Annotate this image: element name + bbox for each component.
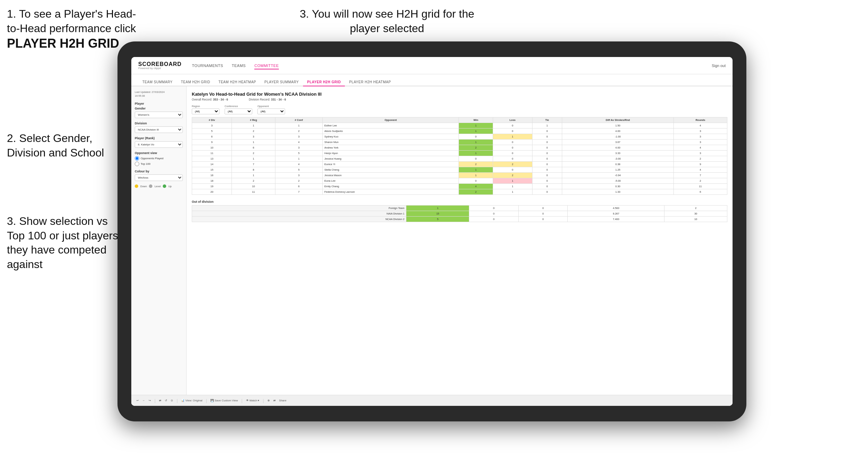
region-label: Region (192, 105, 219, 108)
toolbar-refresh[interactable]: ↺ (165, 399, 167, 402)
toolbar-sep2: | (177, 398, 178, 403)
th-diff: Diff Av Strokes/Rnd (562, 117, 674, 123)
player-label: Player (135, 102, 183, 105)
out-name: NCAA Division 2 (192, 217, 406, 222)
cell-conf: 2 (275, 178, 322, 184)
cell-rounds: 3 (673, 134, 727, 140)
toolbar-save-custom[interactable]: 💾 Save Custom View (210, 399, 238, 402)
colour-by-label: Colour by (135, 170, 183, 173)
cell-conf: 3 (275, 173, 322, 178)
cell-win: 2 (459, 145, 493, 151)
subnav-player-h2h-grid[interactable]: PLAYER H2H GRID (303, 78, 345, 86)
subnav-team-summary[interactable]: TEAM SUMMARY (138, 78, 177, 86)
cell-reg: 1 (232, 140, 275, 145)
toolbar-plus[interactable]: ⊕ (267, 399, 270, 402)
cell-win: 1 (459, 151, 493, 156)
out-division-row: NCAA Division 2 5 0 0 7.400 10 (192, 217, 727, 222)
subnav-team-h2h-heatmap[interactable]: TEAM H2H HEATMAP (214, 78, 260, 86)
main-content: Last Updated: 27/03/202416:55:38 Player … (131, 86, 733, 406)
out-diff: 4.500 (568, 206, 664, 211)
top100-radio[interactable] (135, 162, 139, 166)
nav-tournaments[interactable]: TOURNAMENTS (192, 62, 223, 69)
region-select[interactable]: (All) (192, 108, 219, 114)
cell-conf: 5 (275, 167, 322, 173)
cell-div: 14 (192, 162, 232, 167)
cell-tie: 0 (532, 173, 562, 178)
cell-loss: 0 (493, 128, 532, 134)
nav-bar: SCOREBOARD Powered by clippd TOURNAMENTS… (131, 57, 733, 74)
toolbar-swap[interactable]: ⇄ (159, 399, 161, 402)
cell-reg: 11 (232, 189, 275, 195)
cell-diff: 1.33 (562, 189, 674, 195)
cell-win: 0 (459, 134, 493, 140)
cell-loss: 1 (493, 184, 532, 189)
out-name: NAIA Division 1 (192, 211, 406, 217)
table-row: 13 1 1 Jessica Huang 0 0 0 -3.00 2 (192, 156, 727, 162)
cell-conf: 1 (275, 156, 322, 162)
cell-rounds: 3 (673, 140, 727, 145)
opponent-radio-group: Opponents Played Top 100 (135, 156, 183, 166)
cell-conf: 2 (275, 128, 322, 134)
left-panel: Last Updated: 27/03/202416:55:38 Player … (131, 86, 187, 406)
toolbar-target[interactable]: ⊙ (171, 399, 173, 402)
cell-reg: 1 (232, 123, 275, 128)
cell-opponent: Euna Lee (322, 178, 459, 184)
out-rounds: 10 (664, 217, 727, 222)
cell-loss: 0 (493, 156, 532, 162)
cell-tie: 0 (532, 128, 562, 134)
cell-reg: 1 (232, 173, 275, 178)
cell-opponent: Federica Domecq Lacroze (322, 189, 459, 195)
gender-select[interactable]: Women's (135, 112, 183, 118)
cell-tie: 0 (532, 151, 562, 156)
cell-loss: 1 (493, 178, 532, 184)
toolbar-undo[interactable]: ↩ (136, 399, 139, 402)
table-row: 5 2 2 Alexis Sudjianto 1 0 0 4.00 3 (192, 128, 727, 134)
player-rank-select[interactable]: 8. Katelyn Vo (135, 141, 183, 148)
colour-by-select[interactable]: Win/loss (135, 174, 183, 181)
opponent-played-option[interactable]: Opponents Played (135, 156, 183, 161)
opponent-select[interactable]: (All) (257, 108, 285, 114)
out-win: 5 (406, 217, 469, 222)
instruction-step3-right: 3. You will now see H2H grid for the pla… (283, 7, 491, 36)
toolbar-share[interactable]: Share (279, 399, 286, 402)
toolbar-redo[interactable]: ↪ (149, 399, 151, 402)
cell-opponent: Jessica Mason (322, 173, 459, 178)
conference-select[interactable]: (All) (225, 108, 252, 114)
cell-reg: 1 (232, 156, 275, 162)
nav-committee[interactable]: COMMITTEE (254, 62, 279, 69)
cell-rounds: 4 (673, 167, 727, 173)
legend-down-dot (135, 184, 138, 188)
toolbar-view-original[interactable]: 📊 View: Original (181, 399, 202, 402)
cell-diff: -5.00 (562, 178, 674, 184)
top100-option[interactable]: Top 100 (135, 162, 183, 166)
out-loss: 0 (469, 206, 519, 211)
opponent-played-radio[interactable] (135, 156, 139, 161)
cell-opponent: Alexis Sudjianto (322, 128, 459, 134)
subnav-player-h2h-heatmap[interactable]: PLAYER H2H HEATMAP (345, 78, 395, 86)
cell-conf: 3 (275, 134, 322, 140)
cell-div: 10 (192, 145, 232, 151)
cell-conf: 4 (275, 162, 322, 167)
nav-teams[interactable]: TEAMS (232, 62, 246, 69)
toolbar-sep5: | (263, 398, 264, 403)
cell-opponent: Jessica Huang (322, 156, 459, 162)
cell-loss: 1 (493, 189, 532, 195)
th-reg: # Reg (232, 117, 275, 123)
cell-reg: 8 (232, 167, 275, 173)
nav-sign-out[interactable]: Sign out (712, 64, 726, 68)
subnav-player-summary[interactable]: PLAYER SUMMARY (260, 78, 303, 86)
toolbar-swap2[interactable]: ⇄ (273, 399, 276, 402)
opponent-filter: Opponent (All) (257, 105, 285, 114)
out-win: 15 (406, 211, 469, 217)
subnav-team-h2h-grid[interactable]: TEAM H2H GRID (177, 78, 215, 86)
cell-opponent: Stella Cheng (322, 167, 459, 173)
toolbar-watch[interactable]: 👁 Watch ▾ (246, 399, 260, 402)
cell-diff: 1.50 (562, 123, 674, 128)
cell-loss: 0 (493, 145, 532, 151)
out-win: 1 (406, 206, 469, 211)
th-loss: Loss (493, 117, 532, 123)
step1-bold: PLAYER H2H GRID (7, 36, 119, 50)
conference-filter: Conference (All) (225, 105, 252, 114)
toolbar-back[interactable]: ← (142, 399, 145, 402)
division-select[interactable]: NCAA Division III (135, 126, 183, 133)
